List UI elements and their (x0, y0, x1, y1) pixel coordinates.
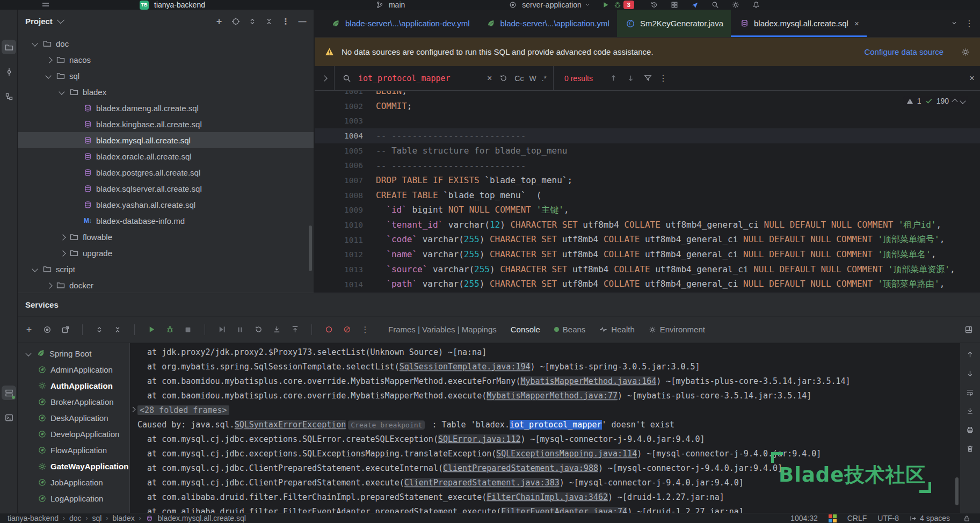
expand-all-icon[interactable] (93, 324, 105, 336)
kill-process-icon[interactable] (323, 324, 335, 336)
prev-problem-icon[interactable] (952, 99, 957, 105)
toolwindow-button-structure[interactable] (2, 89, 16, 104)
tree-toggle-icon[interactable] (43, 52, 55, 68)
code-line-1013[interactable]: 1013 `source` varchar(255) CHARACTER SET… (315, 262, 980, 277)
configure-data-source-link[interactable]: Configure data source (864, 47, 943, 56)
service-item-DevelopApplication[interactable]: DevelopApplication (18, 426, 129, 442)
print-icon[interactable] (964, 424, 976, 435)
expand-all-icon[interactable] (246, 16, 258, 27)
next-occurrence-icon[interactable] (625, 72, 636, 84)
tree-item-bladex.sqlserver.all.create.sql[interactable]: bladex.sqlserver.all.create.sql (18, 180, 314, 197)
chevron-down-icon[interactable] (57, 16, 64, 24)
plugin-colors-icon[interactable] (829, 514, 837, 522)
console-line[interactable]: at com.baomidou.mybatisplus.core.overrid… (130, 388, 960, 403)
minus-icon[interactable]: — (296, 16, 308, 27)
stack-trace-link[interactable]: SQLExceptionsMapping.java:114 (496, 449, 637, 459)
service-item-DeskApplication[interactable]: DeskApplication (18, 410, 129, 426)
console-tab-Beans[interactable]: Beans (554, 325, 586, 334)
clear-search-icon[interactable]: × (487, 74, 492, 83)
filter-icon[interactable] (642, 72, 654, 84)
console-line[interactable]: at com.mysql.cj.jdbc.exceptions.SQLError… (130, 432, 960, 446)
editor-tab-blade-server-application-dev-yml[interactable]: blade-server\...\application-dev.yml (322, 10, 477, 37)
toolwindow-button-project-folder[interactable] (2, 40, 16, 54)
tree-toggle-icon[interactable] (56, 245, 68, 261)
previous-occurrence-icon[interactable] (607, 72, 619, 84)
hidden-tabs-icon[interactable] (951, 19, 957, 28)
code-line-1009[interactable]: 1009 `id` bigint NOT NULL COMMENT '主键', (315, 203, 980, 218)
service-item-AdminApplication[interactable]: AdminApplication (18, 361, 129, 377)
toolwindow-button-services[interactable] (2, 386, 16, 400)
toolwindow-button-commit[interactable] (2, 64, 16, 79)
main-menu-icon[interactable] (40, 0, 52, 10)
banner-settings-icon[interactable] (960, 46, 971, 58)
file-encoding[interactable]: UTF-8 (877, 514, 899, 522)
stack-trace-link[interactable]: SQLError.java:112 (438, 434, 521, 444)
history-icon[interactable] (648, 0, 660, 10)
breadcrumb-item[interactable]: bladex.mysql.all.create.sql (158, 514, 246, 522)
run-configuration-select[interactable]: server-application (507, 0, 590, 10)
search-history-icon[interactable] (497, 72, 509, 84)
target-icon[interactable] (230, 16, 242, 27)
console-line[interactable]: at com.baomidou.mybatisplus.core.overrid… (130, 374, 960, 388)
console-line[interactable]: at com.alibaba.druid.filter.FilterChainI… (130, 490, 960, 504)
code-line-1008[interactable]: 1008CREATE TABLE `blade_top_menu` ( (315, 188, 980, 203)
console-line[interactable]: at com.mysql.cj.jdbc.ClientPreparedState… (130, 475, 960, 490)
rerun-icon[interactable] (252, 324, 264, 336)
service-item-FlowApplication[interactable]: FlowApplication (18, 442, 129, 458)
stack-trace-link[interactable]: MybatisMapperMethod.java:77 (487, 391, 618, 401)
tree-item-bladex.postgres.all.create.sql[interactable]: bladex.postgres.all.create.sql (18, 164, 314, 180)
console-line[interactable]: Caused by: java.sql.SQLSyntaxErrorExcept… (130, 417, 960, 432)
pause-icon[interactable] (234, 324, 246, 336)
debug-button[interactable] (612, 0, 623, 10)
run-button[interactable] (600, 0, 612, 10)
tab-options-icon[interactable]: ⋮ (965, 18, 974, 28)
console-output[interactable]: at jdk.proxy2/jdk.proxy2.$Proxy173.selec… (129, 343, 960, 513)
tree-item-bladex-database-info.md[interactable]: M↓bladex-database-info.md (18, 213, 314, 229)
console-tab-Health[interactable]: Health (599, 325, 634, 334)
code-editor[interactable]: 1001BEGIN;1002COMMIT;10031004-- --------… (315, 91, 980, 293)
play-icon[interactable] (146, 324, 157, 336)
code-line-1003[interactable]: 1003 (315, 113, 980, 128)
console-line[interactable]: at com.alibaba.druid.filter.FilterEventA… (130, 504, 960, 513)
tree-item-bladex.dameng.all.create.sql[interactable]: bladex.dameng.all.create.sql (18, 100, 314, 116)
stack-trace-link[interactable]: FilterChainImpl.java:3462 (487, 492, 608, 502)
create-breakpoint-hint[interactable]: Create breakpoint (348, 420, 425, 430)
plus-icon[interactable]: + (23, 324, 35, 336)
settings-icon[interactable] (730, 0, 742, 10)
close-search-icon[interactable]: × (969, 73, 975, 84)
tree-item-nacos[interactable]: nacos (18, 52, 314, 68)
service-item-Spring-Boot[interactable]: Spring Boot (18, 345, 129, 361)
console-folded-frames[interactable]: <28 folded frames> (130, 403, 960, 417)
breadcrumb-item[interactable]: tianya-backend (8, 514, 59, 522)
notifications-icon[interactable] (750, 0, 762, 10)
grid-icon[interactable] (669, 0, 680, 10)
whole-words-toggle[interactable]: W (529, 74, 536, 83)
console-line[interactable]: at jdk.proxy2/jdk.proxy2.$Proxy173.selec… (130, 345, 960, 359)
service-item-JobApplication[interactable]: JobApplication (18, 474, 129, 490)
stop-icon[interactable] (182, 324, 194, 336)
editor-tab-bladex-mysql-all-create-sql[interactable]: bladex.mysql.all.create.sql× (731, 10, 867, 37)
editor-tab-Sm2KeyGenerator-java[interactable]: CSm2KeyGenerator.java (617, 10, 731, 37)
code-line-1011[interactable]: 1011 `code` varchar(255) CHARACTER SET u… (315, 233, 980, 248)
service-item-AuthApplication[interactable]: AuthApplication (18, 377, 129, 394)
expand-replace-icon[interactable] (321, 75, 327, 81)
tree-toggle-icon[interactable] (30, 35, 41, 52)
arrow-down-icon[interactable] (964, 367, 976, 379)
stack-trace-link[interactable]: SqlSessionTemplate.java:194 (400, 362, 531, 372)
editor-tab-blade-server-application-yml[interactable]: blade-server\...\application.yml (477, 10, 617, 37)
service-item-GateWayApplication[interactable]: GateWayApplication (18, 458, 129, 474)
console-line[interactable]: at com.mysql.cj.jdbc.ClientPreparedState… (130, 461, 960, 475)
breadcrumb-item[interactable]: doc (69, 514, 82, 522)
search-field[interactable]: iot_protocol_mapper × Cc W .* (334, 66, 554, 90)
line-separator[interactable]: CRLF (847, 514, 867, 522)
show-target-icon[interactable] (41, 324, 53, 336)
toolwindow-button-terminal[interactable] (2, 410, 16, 425)
match-case-toggle[interactable]: Cc (514, 74, 524, 83)
open-new-icon[interactable] (60, 324, 71, 336)
collapse-all-icon[interactable] (112, 324, 124, 336)
search-icon[interactable] (341, 72, 353, 84)
inspections-widget[interactable]: 1 190 (903, 96, 968, 106)
caret-position[interactable]: 1004:32 (790, 514, 818, 522)
code-line-1006[interactable]: 1006-- -------------------------- (315, 158, 980, 173)
services-title[interactable]: Services (25, 300, 59, 309)
